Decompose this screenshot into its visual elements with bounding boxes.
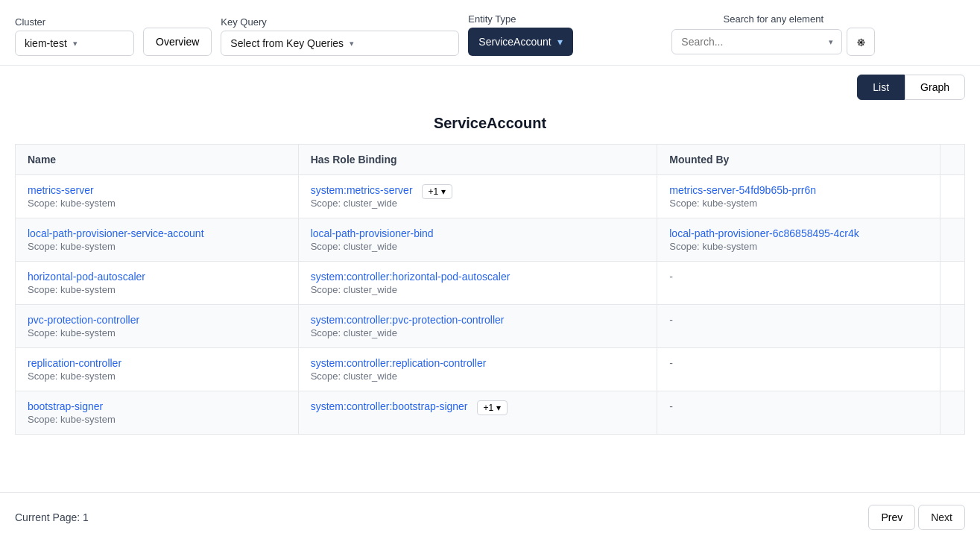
- name-link[interactable]: metrics-server: [28, 184, 94, 196]
- role-binding-link-group: system:controller:replication-controller…: [311, 357, 487, 382]
- table-header-row: Name Has Role Binding Mounted By: [16, 145, 965, 175]
- cluster-field-group: Cluster kiem-test ▾: [15, 16, 134, 56]
- key-query-chevron-icon: ▾: [350, 39, 354, 48]
- helm-icon: ⎈: [857, 34, 865, 50]
- name-scope: Scope: kube-system: [28, 414, 286, 425]
- role-binding-cell: system:controller:pvc-protection-control…: [298, 305, 657, 348]
- role-binding-item: system:controller:horizontal-pod-autosca…: [311, 271, 510, 295]
- table-row: replication-controllerScope: kube-system…: [16, 348, 965, 391]
- actions-cell: [940, 218, 964, 262]
- table-row: horizontal-pod-autoscalerScope: kube-sys…: [16, 262, 965, 305]
- page-title: ServiceAccount: [0, 106, 980, 144]
- role-binding-scope: Scope: cluster_wide: [311, 284, 510, 295]
- mounted-by-dash: -: [669, 400, 673, 412]
- actions-cell: [940, 348, 964, 391]
- search-chevron-icon: ▾: [829, 37, 833, 47]
- name-scope: Scope: kube-system: [28, 284, 286, 295]
- name-link[interactable]: local-path-provisioner-service-account: [28, 227, 204, 239]
- table-row: pvc-protection-controllerScope: kube-sys…: [16, 305, 965, 348]
- role-binding-link[interactable]: system:controller:replication-controller: [311, 357, 487, 369]
- table-container: Name Has Role Binding Mounted By metrics…: [0, 144, 980, 435]
- role-binding-link-group: system:controller:pvc-protection-control…: [311, 314, 505, 338]
- role-binding-item: system:controller:replication-controller…: [311, 357, 487, 382]
- view-toggle: List Graph: [0, 66, 980, 106]
- role-binding-scope: Scope: cluster_wide: [311, 241, 434, 252]
- role-binding-scope: Scope: cluster_wide: [311, 327, 505, 338]
- role-binding-item: local-path-provisioner-bindScope: cluste…: [311, 227, 434, 252]
- entity-type-value: ServiceAccount: [478, 36, 551, 48]
- badge-chevron-icon: ▾: [496, 403, 501, 413]
- col-header-name: Name: [16, 145, 299, 175]
- role-binding-item: system:metrics-serverScope: cluster_wide…: [311, 184, 453, 209]
- role-binding-link-group: system:controller:bootstrap-signer: [311, 400, 468, 412]
- role-binding-scope: Scope: cluster_wide: [311, 371, 487, 382]
- mounted-by-cell: -: [657, 305, 941, 348]
- name-cell: replication-controllerScope: kube-system: [16, 348, 299, 391]
- mounted-by-link[interactable]: metrics-server-54fd9b65b-prr6n: [669, 184, 816, 196]
- search-field-group: Search for any element ▾ ⎈: [582, 13, 965, 56]
- cluster-select[interactable]: kiem-test ▾: [15, 31, 134, 56]
- role-binding-link-group: system:metrics-serverScope: cluster_wide: [311, 184, 413, 209]
- mounted-by-dash: -: [669, 314, 673, 326]
- overview-button[interactable]: Overview: [143, 28, 212, 56]
- key-query-label: Key Query: [221, 16, 459, 28]
- mounted-by-cell: -: [657, 262, 941, 305]
- mounted-by-cell: metrics-server-54fd9b65b-prr6nScope: kub…: [657, 175, 941, 218]
- col-header-actions: [940, 145, 964, 175]
- name-link[interactable]: replication-controller: [28, 357, 121, 369]
- search-input[interactable]: [671, 29, 842, 54]
- extra-badge-button[interactable]: +1 ▾: [477, 400, 508, 415]
- mounted-by-cell: -: [657, 391, 941, 435]
- key-query-select[interactable]: Select from Key Queries ▾: [221, 31, 459, 56]
- mounted-by-scope: Scope: kube-system: [669, 198, 928, 209]
- name-scope: Scope: kube-system: [28, 198, 286, 209]
- role-binding-item: system:controller:bootstrap-signer+1 ▾: [311, 400, 508, 415]
- role-binding-link[interactable]: system:controller:horizontal-pod-autosca…: [311, 271, 510, 283]
- graph-view-button[interactable]: Graph: [905, 75, 965, 100]
- name-cell: local-path-provisioner-service-accountSc…: [16, 218, 299, 262]
- list-view-button[interactable]: List: [857, 75, 905, 100]
- key-query-value: Select from Key Queries: [230, 37, 344, 49]
- name-cell: metrics-serverScope: kube-system: [16, 175, 299, 218]
- table-row: bootstrap-signerScope: kube-systemsystem…: [16, 391, 965, 435]
- actions-cell: [940, 391, 964, 435]
- mounted-by-dash: -: [669, 271, 673, 283]
- role-binding-link[interactable]: local-path-provisioner-bind: [311, 227, 434, 239]
- extra-badge-button[interactable]: +1 ▾: [422, 184, 453, 199]
- role-binding-link[interactable]: system:controller:pvc-protection-control…: [311, 314, 505, 326]
- role-binding-scope: Scope: cluster_wide: [311, 198, 413, 209]
- mounted-by-dash: -: [669, 357, 673, 369]
- name-cell: pvc-protection-controllerScope: kube-sys…: [16, 305, 299, 348]
- actions-cell: [940, 175, 964, 218]
- cluster-value: kiem-test: [25, 37, 67, 49]
- name-cell: horizontal-pod-autoscalerScope: kube-sys…: [16, 262, 299, 305]
- mounted-by-scope: Scope: kube-system: [669, 241, 928, 252]
- mounted-by-cell: -: [657, 348, 941, 391]
- entity-type-select[interactable]: ServiceAccount ▾: [468, 28, 572, 56]
- role-binding-link[interactable]: system:metrics-server: [311, 184, 413, 196]
- role-binding-cell: system:metrics-serverScope: cluster_wide…: [298, 175, 657, 218]
- entity-type-label: Entity Type: [468, 13, 572, 25]
- search-input-container: ▾: [671, 29, 842, 54]
- col-header-role-binding: Has Role Binding: [298, 145, 657, 175]
- actions-cell: [940, 305, 964, 348]
- service-account-table: Name Has Role Binding Mounted By metrics…: [15, 144, 965, 435]
- role-binding-cell: system:controller:replication-controller…: [298, 348, 657, 391]
- name-link[interactable]: horizontal-pod-autoscaler: [28, 271, 145, 283]
- mounted-by-link[interactable]: local-path-provisioner-6c86858495-4cr4k: [669, 227, 859, 239]
- entity-type-chevron-icon: ▾: [557, 36, 563, 48]
- mounted-by-cell: local-path-provisioner-6c86858495-4cr4kS…: [657, 218, 941, 262]
- helm-icon-button[interactable]: ⎈: [847, 28, 875, 56]
- role-binding-link[interactable]: system:controller:bootstrap-signer: [311, 400, 468, 412]
- name-scope: Scope: kube-system: [28, 327, 286, 338]
- table-row: local-path-provisioner-service-accountSc…: [16, 218, 965, 262]
- search-label: Search for any element: [724, 13, 823, 25]
- cluster-label: Cluster: [15, 16, 134, 28]
- role-binding-item: system:controller:pvc-protection-control…: [311, 314, 505, 338]
- col-header-mounted-by: Mounted By: [657, 145, 941, 175]
- name-cell: bootstrap-signerScope: kube-system: [16, 391, 299, 435]
- role-binding-link-group: system:controller:horizontal-pod-autosca…: [311, 271, 510, 295]
- name-link[interactable]: bootstrap-signer: [28, 400, 103, 412]
- name-link[interactable]: pvc-protection-controller: [28, 314, 139, 326]
- role-binding-cell: local-path-provisioner-bindScope: cluste…: [298, 218, 657, 262]
